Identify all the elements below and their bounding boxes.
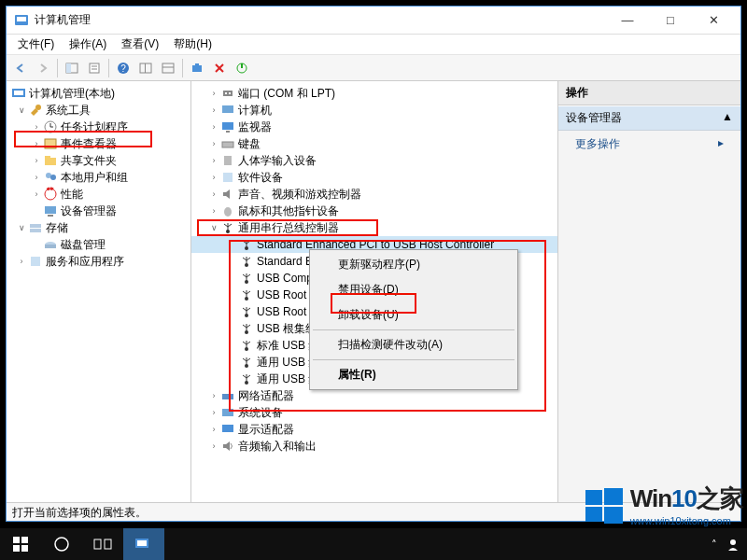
system-tray[interactable]: ˄ bbox=[712, 538, 747, 551]
expand-icon[interactable]: › bbox=[208, 390, 219, 401]
menubar: 文件(F) 操作(A) 查看(V) 帮助(H) bbox=[7, 35, 740, 55]
monitor-node[interactable]: ›监视器 bbox=[191, 119, 557, 135]
cortana-button[interactable] bbox=[41, 528, 82, 560]
start-button[interactable] bbox=[0, 528, 41, 560]
local-users-node[interactable]: ›本地用户和组 bbox=[7, 169, 190, 186]
menu-help[interactable]: 帮助(H) bbox=[166, 35, 219, 54]
svg-rect-99 bbox=[21, 545, 28, 552]
root-node[interactable]: 计算机管理(本地) bbox=[7, 85, 190, 102]
separator bbox=[57, 59, 58, 77]
help-button[interactable]: ? bbox=[113, 58, 134, 78]
disk-mgmt-node[interactable]: 磁盘管理 bbox=[7, 236, 190, 253]
watermark: Win10之家 www.win10xitong.com bbox=[584, 483, 743, 526]
task-scheduler-node[interactable]: ›任务计划程序 bbox=[7, 119, 190, 135]
expand-icon[interactable]: › bbox=[208, 155, 219, 166]
device-tree[interactable]: ›端口 (COM 和 LPT) ›计算机 ›监视器 ›键盘 ›人体学输入设备 ›… bbox=[191, 81, 558, 502]
maximize-button[interactable]: □ bbox=[649, 7, 692, 35]
node-label: 音频输入和输出 bbox=[238, 439, 317, 455]
collapse-icon[interactable]: ∨ bbox=[208, 222, 219, 233]
people-icon[interactable] bbox=[726, 538, 740, 551]
expand-icon[interactable]: › bbox=[208, 121, 219, 133]
ctx-properties[interactable]: 属性(R) bbox=[312, 362, 515, 387]
expand-icon[interactable]: › bbox=[16, 256, 27, 267]
expand-icon[interactable]: ∨ bbox=[16, 105, 27, 116]
svg-point-30 bbox=[45, 189, 56, 200]
properties-button[interactable] bbox=[84, 58, 105, 78]
device-manager-node[interactable]: 设备管理器 bbox=[7, 203, 190, 219]
expand-icon[interactable]: › bbox=[208, 172, 219, 183]
usb-device-icon bbox=[239, 371, 254, 386]
sound-node[interactable]: ›声音、视频和游戏控制器 bbox=[191, 186, 557, 203]
expand-icon[interactable]: › bbox=[31, 189, 42, 200]
expand-icon[interactable]: › bbox=[208, 138, 219, 149]
hid-node[interactable]: ›人体学输入设备 bbox=[191, 152, 557, 169]
usb-controllers-node[interactable]: ∨通用串行总线控制器 bbox=[191, 219, 557, 236]
ports-node[interactable]: ›端口 (COM 和 LPT) bbox=[191, 85, 557, 102]
expand-icon[interactable]: › bbox=[31, 155, 42, 166]
system-devices-node[interactable]: ›系统设备 bbox=[191, 404, 557, 421]
expand-icon[interactable]: › bbox=[208, 88, 219, 99]
svg-line-72 bbox=[247, 308, 250, 311]
actions-sub-label: 设备管理器 bbox=[566, 110, 622, 126]
svg-rect-94 bbox=[585, 507, 602, 522]
action-label: 更多操作 bbox=[575, 137, 620, 150]
shared-folders-node[interactable]: ›共享文件夹 bbox=[7, 152, 190, 169]
close-button[interactable]: ✕ bbox=[692, 7, 735, 35]
ctx-scan[interactable]: 扫描检测硬件改动(A) bbox=[312, 332, 515, 357]
left-tree[interactable]: 计算机管理(本地) ∨ 系统工具 ›任务计划程序 ›事件查看器 ›共享文件夹 ›… bbox=[7, 81, 191, 502]
svg-rect-90 bbox=[222, 409, 233, 416]
svg-rect-1 bbox=[17, 17, 26, 21]
show-hide-tree-button[interactable] bbox=[62, 58, 82, 78]
ctx-update-driver[interactable]: 更新驱动程序(P) bbox=[312, 252, 515, 277]
minimize-button[interactable]: — bbox=[606, 7, 649, 35]
services-apps-node[interactable]: ›服务和应用程序 bbox=[7, 253, 190, 270]
expand-icon[interactable]: › bbox=[208, 441, 219, 452]
menu-operate[interactable]: 操作(A) bbox=[62, 35, 114, 54]
expand-icon[interactable]: › bbox=[31, 121, 42, 133]
app-icon bbox=[14, 13, 29, 28]
expand-icon[interactable]: › bbox=[208, 407, 219, 418]
expand-icon[interactable]: › bbox=[208, 105, 219, 116]
display-node[interactable]: ›显示适配器 bbox=[191, 421, 557, 438]
view-detail-button[interactable] bbox=[158, 58, 178, 78]
menu-view[interactable]: 查看(V) bbox=[114, 35, 166, 54]
more-actions[interactable]: 更多操作 ▸ bbox=[558, 131, 740, 158]
ctx-disable[interactable]: 禁用设备(D) bbox=[312, 277, 515, 302]
event-viewer-node[interactable]: ›事件查看器 bbox=[7, 135, 190, 152]
enable-button[interactable] bbox=[232, 58, 252, 78]
svg-rect-32 bbox=[45, 206, 56, 214]
tray-up-icon[interactable]: ˄ bbox=[712, 539, 717, 551]
expand-icon[interactable]: › bbox=[208, 189, 219, 200]
usb-device-icon bbox=[239, 271, 254, 286]
menu-file[interactable]: 文件(F) bbox=[10, 35, 62, 54]
back-button[interactable] bbox=[10, 58, 31, 78]
performance-node[interactable]: ›性能 bbox=[7, 186, 190, 203]
view-large-button[interactable] bbox=[135, 58, 156, 78]
task-view-button[interactable] bbox=[82, 528, 123, 560]
expand-icon[interactable]: › bbox=[208, 205, 219, 217]
computer-node[interactable]: ›计算机 bbox=[191, 102, 557, 119]
node-label: 计算机管理(本地) bbox=[29, 86, 115, 102]
expand-icon[interactable]: › bbox=[208, 424, 219, 435]
ctx-uninstall[interactable]: 卸载设备(U) bbox=[312, 302, 515, 328]
system-icon bbox=[220, 405, 235, 420]
keyboard-node[interactable]: ›键盘 bbox=[191, 135, 557, 152]
node-label: 事件查看器 bbox=[61, 136, 117, 152]
expand-icon[interactable]: › bbox=[31, 138, 42, 149]
expand-icon[interactable]: › bbox=[31, 172, 42, 183]
expand-icon[interactable]: ∨ bbox=[16, 222, 27, 233]
software-node[interactable]: ›软件设备 bbox=[191, 169, 557, 186]
watermark-text: Win10之家 www.win10xitong.com bbox=[630, 483, 743, 526]
node-label: 通用串行总线控制器 bbox=[238, 220, 339, 236]
mouse-node[interactable]: ›鼠标和其他指针设备 bbox=[191, 203, 557, 219]
system-tools-node[interactable]: ∨ 系统工具 bbox=[7, 102, 190, 119]
storage-node[interactable]: ∨存储 bbox=[7, 219, 190, 236]
taskbar-app-active[interactable] bbox=[123, 528, 164, 560]
audio-io-node[interactable]: ›音频输入和输出 bbox=[191, 438, 557, 455]
scan-hardware-button[interactable] bbox=[187, 58, 207, 78]
svg-line-64 bbox=[247, 274, 250, 277]
forward-button[interactable] bbox=[33, 58, 53, 78]
actions-subheader[interactable]: 设备管理器▲ bbox=[558, 105, 740, 131]
uninstall-button[interactable] bbox=[209, 58, 230, 78]
collapse-arrow-icon[interactable]: ▲ bbox=[722, 110, 733, 126]
